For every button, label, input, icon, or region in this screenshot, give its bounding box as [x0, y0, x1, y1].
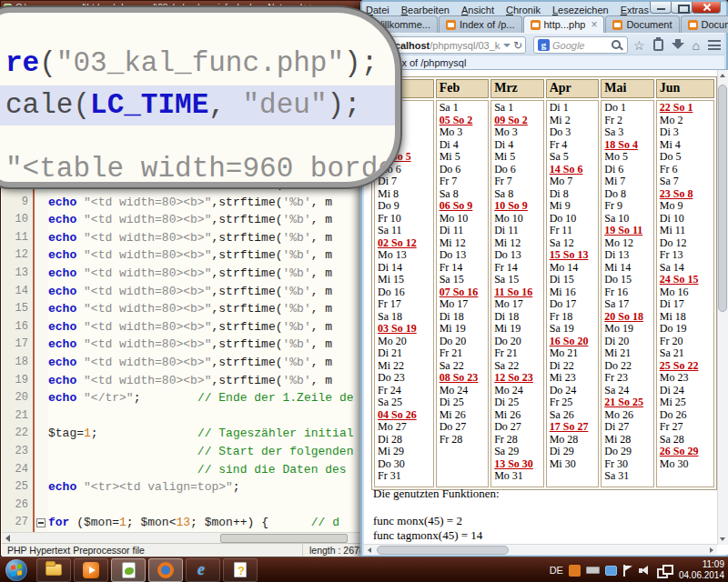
day: Sa 15 [437, 274, 489, 286]
code-text: echo "<td width=80><b>",strftime('%b', m [48, 318, 332, 336]
tray-network-icon[interactable] [657, 565, 670, 576]
code-line[interactable]: 19echo "<td width=80><b>",strftime('%b',… [2, 372, 366, 390]
menu-chronik[interactable]: Chronik [506, 5, 541, 15]
func-line: func tagmonx(45) = 14 [373, 528, 500, 543]
reload-icon[interactable]: ↻ [513, 40, 522, 51]
taskbar-notepadpp-button[interactable] [111, 558, 146, 582]
code-line[interactable]: 22$tag=1; // Tageszähler initial [2, 425, 366, 443]
day: Mi 23 [547, 372, 599, 385]
menu-datei[interactable]: Datei [366, 5, 389, 15]
notepadpp-icon [122, 562, 136, 578]
close-button[interactable] [692, 2, 721, 14]
menu-extras[interactable]: Extras [621, 5, 649, 15]
tab-close-icon[interactable]: × [591, 20, 597, 29]
page-horizontal-scrollbar[interactable] [364, 544, 717, 555]
day: Fr 21 [491, 347, 543, 360]
scrollbar-thumb[interactable] [377, 546, 509, 555]
scroll-left-icon[interactable] [364, 545, 375, 555]
code-line[interactable]: 13echo "<td width=80><b>",strftime('%b',… [2, 265, 366, 283]
code-line[interactable]: 15echo "<td width=80><b>",strftime('%b',… [2, 300, 366, 318]
day: Fr 13 [657, 249, 713, 262]
clock[interactable]: 11:09 04.06.2014 [679, 559, 724, 581]
menu-lesezeichen[interactable]: Lesezeichen [552, 5, 609, 15]
scroll-up-icon[interactable] [717, 70, 728, 81]
url-dropdown-icon[interactable] [503, 44, 511, 47]
tab-http-php[interactable]: http...php× [523, 15, 605, 33]
tab-document[interactable]: Document [681, 15, 728, 33]
tab-index-of-p-[interactable]: Index of /p... [439, 15, 522, 33]
code-line[interactable]: 20echo "</tr>"; // Ende der 1.Zeile de [2, 389, 366, 407]
code-line[interactable]: 21 [2, 407, 366, 426]
day-sunday: 16 So 20 [547, 336, 599, 348]
menu-icon[interactable] [708, 40, 721, 50]
day: Mi 29 [375, 446, 433, 458]
code-line[interactable]: 16echo "<td width=80><b>",strftime('%b',… [2, 318, 366, 336]
tray-flag-icon[interactable] [622, 565, 633, 577]
code-line[interactable]: 10echo "<td width=80><b>",strftime('%b',… [2, 211, 366, 229]
code-text: echo "<td width=80><b>",strftime('%b', m [48, 354, 332, 372]
search-icon[interactable] [611, 39, 623, 52]
scroll-left-icon[interactable] [5, 535, 10, 542]
scrollbar-thumb[interactable] [718, 85, 727, 312]
tray-keyboard-icon[interactable] [586, 567, 600, 574]
code-line[interactable]: 23 // Start der folgenden [2, 443, 366, 461]
media-player-icon [83, 562, 99, 578]
fold-collapse-icon[interactable] [36, 518, 46, 527]
minimize-button[interactable] [650, 2, 672, 14]
code-line[interactable]: 12echo "<td width=80><b>",strftime('%b',… [2, 246, 366, 265]
taskbar-firefox-button[interactable] [148, 558, 183, 582]
tab-document[interactable]: Document [605, 15, 679, 33]
menu-ansicht[interactable]: Ansicht [461, 5, 494, 15]
taskbar-media-player-button[interactable] [74, 558, 108, 582]
tray-orange-icon[interactable] [569, 565, 581, 577]
day-sunday: 05 So 2 [437, 115, 489, 127]
code-line[interactable]: 27for ($mon=1; $mon<13; $mon++) { // d [2, 514, 366, 532]
scrollbar-thumb[interactable] [220, 534, 348, 543]
page-vertical-scrollbar[interactable] [717, 70, 728, 545]
menu-bearbeiten[interactable]: Bearbeiten [401, 5, 450, 15]
code-line[interactable]: 11echo "<td width=80><b>",strftime('%b',… [2, 229, 366, 247]
day: Mo 21 [547, 347, 599, 360]
taskbar-help-button[interactable] [223, 558, 258, 582]
google-engine-icon[interactable]: g [538, 39, 550, 51]
code-line[interactable]: 14echo "<td width=80><b>",strftime('%b',… [2, 283, 366, 301]
code-line[interactable]: 26 [2, 497, 366, 515]
line-number: 12 [2, 246, 35, 265]
home-icon[interactable]: ⌂ [693, 39, 700, 52]
day: Mi 14 [602, 262, 653, 275]
day: Mi 5 [437, 151, 489, 164]
tray-display-icon[interactable] [605, 566, 617, 576]
maximize-button[interactable] [671, 2, 693, 14]
scroll-down-icon[interactable] [717, 534, 728, 545]
magnifier-lens: re("03_kal_func.php");cale(LC_TIME, "deu… [0, 7, 400, 187]
code-line[interactable]: 25echo "<tr><td valign=top>"; [2, 478, 366, 497]
search-bar[interactable]: g Google [533, 36, 628, 54]
star-icon[interactable]: ☆ [633, 39, 645, 52]
start-button[interactable] [5, 559, 27, 581]
day: Fr 17 [375, 298, 433, 311]
day-sunday: 15 So 13 [547, 249, 599, 262]
code-line[interactable]: 17echo "<td width=80><b>",strftime('%b',… [2, 336, 366, 354]
taskbar-explorer-button[interactable] [36, 558, 71, 582]
lens-line-highlighted: cale(LC_TIME, "deu"); [0, 85, 395, 125]
scroll-right-icon[interactable] [706, 545, 717, 555]
tray-volume-icon[interactable] [639, 565, 652, 576]
clock-time: 11:09 [679, 559, 724, 570]
day: Mi 28 [602, 434, 653, 447]
month-column-jun: 22 So 1Mo 2Di 3Mi 4Do 5Fr 6Sa 723 So 8Mo… [656, 100, 714, 487]
code-line[interactable]: 24 // sind die Daten des [2, 461, 366, 479]
day-sunday: 24 So 15 [657, 274, 713, 286]
code-line[interactable]: 18echo "<td width=80><b>",strftime('%b',… [2, 354, 366, 372]
notepadpp-horizontal-scrollbar[interactable] [2, 532, 375, 543]
code-text: for ($mon=1; $mon<13; $mon++) { // d [48, 514, 339, 532]
day: Mo 24 [491, 385, 543, 397]
day: Do 29 [602, 446, 653, 458]
day: Sa 14 [657, 262, 713, 275]
taskbar-ie-button[interactable] [186, 558, 220, 582]
download-icon[interactable] [672, 39, 684, 51]
language-indicator[interactable]: DE [550, 565, 563, 576]
code-line[interactable]: 9echo "<td width=80><b>",strftime('%b', … [2, 194, 366, 212]
day: Do 12 [657, 237, 713, 250]
line-number: 21 [2, 407, 35, 426]
clipboard-icon[interactable] [653, 39, 663, 51]
